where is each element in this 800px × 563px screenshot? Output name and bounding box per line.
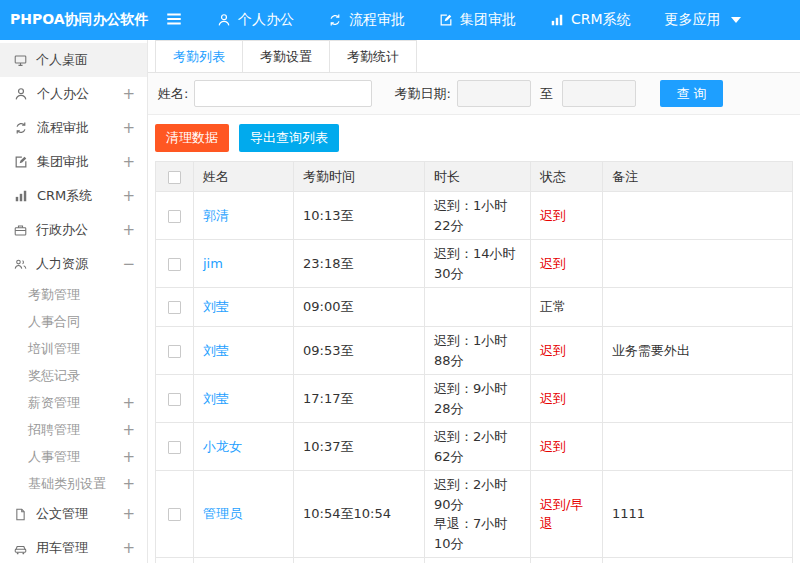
- edit-icon: [14, 155, 28, 169]
- menu-toggle-button[interactable]: [148, 0, 200, 40]
- table-header-row: 姓名 考勤时间 时长 状态 备注: [156, 162, 793, 192]
- employee-name-link[interactable]: 刘莹: [203, 343, 229, 358]
- topnav-item[interactable]: CRM系统: [533, 0, 648, 40]
- attendance-table: 姓名 考勤时间 时长 状态 备注: [155, 161, 793, 563]
- topnav-label: CRM系统: [571, 11, 631, 29]
- sidebar-item[interactable]: 公文管理 +: [0, 497, 147, 531]
- select-all-checkbox[interactable]: [168, 171, 181, 184]
- employee-name-link[interactable]: 小龙女: [203, 439, 242, 454]
- flow-icon: [14, 121, 28, 135]
- user-icon: [217, 13, 231, 27]
- tab-label: 考勤列表: [173, 48, 225, 66]
- sidebar-item[interactable]: 考勤管理: [0, 281, 147, 308]
- clean-data-button[interactable]: 清理数据: [155, 124, 229, 152]
- employee-name-link[interactable]: jim: [203, 256, 223, 271]
- row-checkbox[interactable]: [168, 210, 181, 223]
- chart-icon: [14, 189, 28, 203]
- date-from-input[interactable]: [457, 80, 531, 107]
- search-button[interactable]: 查 询: [660, 80, 724, 107]
- row-checkbox[interactable]: [168, 393, 181, 406]
- tab-label: 考勤设置: [260, 48, 312, 66]
- table-row: 郭清 10:13至 迟到：1小时22分 迟到: [156, 192, 793, 240]
- sidebar-item-label: 个人桌面: [36, 51, 135, 69]
- sidebar-item[interactable]: 人力资源 −: [0, 247, 147, 281]
- users-icon: [14, 258, 27, 271]
- topnav-item[interactable]: 个人办公: [200, 0, 311, 40]
- sidebar-item[interactable]: 人事管理 +: [0, 443, 147, 470]
- date-to-label: 至: [540, 85, 553, 103]
- employee-name-link[interactable]: 管理员: [203, 506, 242, 521]
- sidebar-item[interactable]: 招聘管理 +: [0, 416, 147, 443]
- topnav-item[interactable]: 集团审批: [422, 0, 533, 40]
- row-checkbox[interactable]: [168, 258, 181, 271]
- attendance-time: 09:53至: [294, 327, 425, 375]
- status-text: 迟到/早退: [531, 471, 603, 558]
- column-header: 状态: [531, 162, 603, 192]
- user-icon: [14, 87, 28, 101]
- note-text: [603, 375, 793, 423]
- column-header: 考勤时间: [294, 162, 425, 192]
- row-checkbox[interactable]: [168, 301, 181, 314]
- sidebar-item[interactable]: 人事合同: [0, 308, 147, 335]
- name-filter-input[interactable]: [194, 80, 372, 107]
- employee-name-link[interactable]: 郭清: [203, 208, 229, 223]
- row-checkbox[interactable]: [168, 508, 181, 521]
- sidebar-item[interactable]: 流程审批 +: [0, 111, 147, 145]
- menu-icon: [165, 10, 183, 31]
- expand-toggle-icon[interactable]: −: [122, 255, 135, 273]
- expand-toggle-icon[interactable]: +: [122, 187, 135, 205]
- date-to-input[interactable]: [562, 80, 636, 107]
- sidebar: 个人桌面 个人办公 + 流程审批 + 集团审批 +: [0, 40, 148, 563]
- expand-toggle-icon[interactable]: +: [122, 448, 135, 466]
- tab[interactable]: 考勤设置: [242, 40, 330, 72]
- status-text: 迟到: [531, 375, 603, 423]
- action-toolbar: 清理数据 导出查询列表: [148, 115, 800, 161]
- sidebar-item[interactable]: 用车管理 +: [0, 531, 147, 563]
- export-list-button[interactable]: 导出查询列表: [239, 124, 339, 152]
- sidebar-item[interactable]: 基础类别设置 +: [0, 470, 147, 497]
- expand-toggle-icon[interactable]: +: [122, 539, 135, 557]
- topnav-label: 个人办公: [238, 11, 294, 29]
- employee-name-link[interactable]: 刘莹: [203, 391, 229, 406]
- sidebar-item[interactable]: 奖惩记录: [0, 362, 147, 389]
- sidebar-item-label: 用车管理: [36, 539, 122, 557]
- expand-toggle-icon[interactable]: +: [122, 421, 135, 439]
- duration-text: 迟到：56分: [425, 558, 531, 563]
- topnav-item[interactable]: 流程审批: [311, 0, 422, 40]
- sidebar-item-label: 人事管理: [28, 448, 122, 466]
- table-row: 小龙女 10:37至 迟到：2小时62分 迟到: [156, 423, 793, 471]
- sidebar-item-label: 招聘管理: [28, 421, 122, 439]
- name-filter-label: 姓名:: [158, 85, 188, 103]
- expand-toggle-icon[interactable]: +: [122, 475, 135, 493]
- expand-toggle-icon[interactable]: +: [122, 119, 135, 137]
- expand-toggle-icon[interactable]: +: [122, 85, 135, 103]
- expand-toggle-icon[interactable]: +: [122, 153, 135, 171]
- employee-name-link[interactable]: 刘莹: [203, 299, 229, 314]
- attendance-time: 23:18至: [294, 240, 425, 288]
- expand-toggle-icon[interactable]: +: [122, 505, 135, 523]
- expand-toggle-icon[interactable]: +: [122, 221, 135, 239]
- tab[interactable]: 考勤列表: [155, 40, 243, 72]
- attendance-time: 10:37至: [294, 423, 425, 471]
- table-row: 刘莹 09:53至 迟到：1小时88分 迟到 业务需要外出: [156, 327, 793, 375]
- status-text: 迟到: [531, 327, 603, 375]
- sidebar-item[interactable]: 个人办公 +: [0, 77, 147, 111]
- sidebar-item[interactable]: 集团审批 +: [0, 145, 147, 179]
- row-checkbox[interactable]: [168, 441, 181, 454]
- sidebar-item[interactable]: 行政办公 +: [0, 213, 147, 247]
- sidebar-item[interactable]: 薪资管理 +: [0, 389, 147, 416]
- sidebar-item-label: 公文管理: [36, 505, 122, 523]
- topnav-item[interactable]: 更多应用: [648, 0, 758, 40]
- sidebar-item[interactable]: CRM系统 +: [0, 179, 147, 213]
- caret-down-icon: [731, 17, 741, 23]
- attendance-time: 08:56至: [294, 558, 425, 563]
- chart-icon: [550, 13, 564, 27]
- row-checkbox[interactable]: [168, 345, 181, 358]
- sidebar-item[interactable]: 培训管理: [0, 335, 147, 362]
- main-content: 考勤列表 考勤设置 考勤统计 姓名: 考勤日期: 至 查 询 清理数据 导出查询: [148, 40, 800, 563]
- expand-toggle-icon[interactable]: +: [122, 394, 135, 412]
- sidebar-item[interactable]: 个人桌面: [0, 43, 147, 77]
- tab[interactable]: 考勤统计: [329, 40, 417, 72]
- briefcase-icon: [14, 224, 27, 237]
- status-text: 正常: [531, 288, 603, 327]
